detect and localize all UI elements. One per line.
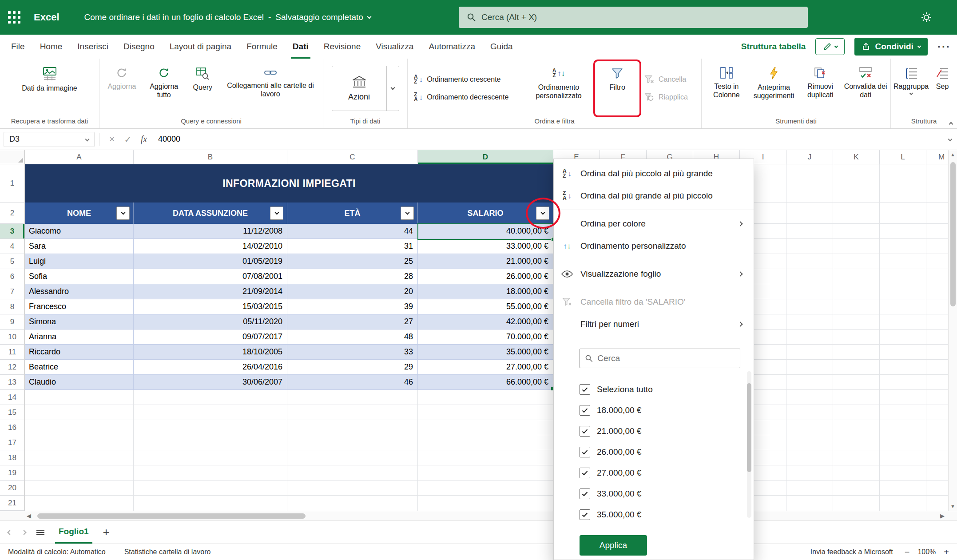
cell[interactable]: 39 [287, 299, 418, 314]
menu-item-clear-filter[interactable]: Cancella filtro da 'SALARIO' [554, 291, 754, 313]
filter-checkbox-item[interactable]: 18.000,00 € [580, 400, 754, 421]
row-header-10[interactable]: 10 [0, 330, 25, 345]
filter-checkbox-item[interactable]: Seleziona tutto [580, 379, 754, 400]
tab-home[interactable]: Home [32, 35, 70, 59]
row-header-8[interactable]: 8 [0, 299, 25, 314]
zoom-out-button[interactable]: − [905, 547, 910, 557]
gallery-chevron[interactable] [386, 66, 399, 111]
group-button[interactable]: Raggruppa [893, 62, 929, 115]
checkbox-icon[interactable] [580, 405, 590, 416]
calc-mode-status[interactable]: Modalità di calcolo: Automatico [8, 548, 106, 556]
menu-item-sort-largest-smallest[interactable]: ZA↓ Ordina dal più grande al più piccolo [554, 185, 754, 207]
cell[interactable]: Giacomo [25, 224, 134, 239]
sort-ascending-button[interactable]: AZ↓ Ordinamento crescente [410, 71, 521, 87]
app-launcher-icon[interactable] [8, 11, 20, 24]
cell[interactable]: 30/06/2007 [134, 375, 287, 390]
tab-revisione[interactable]: Revisione [316, 35, 368, 59]
text-to-columns-button[interactable]: Testo in Colonne [704, 62, 749, 115]
cell[interactable]: Francesco [25, 299, 134, 314]
row-header-1[interactable]: 1 [0, 164, 25, 203]
cell[interactable]: 55.000,00 € [418, 299, 553, 314]
cell[interactable]: 44 [287, 224, 418, 239]
tab-inserisci[interactable]: Inserisci [70, 35, 116, 59]
ribbon-more-button[interactable]: ··· [937, 40, 951, 53]
cell[interactable]: 25 [287, 254, 418, 269]
menu-item-sheet-view[interactable]: Visualizzazione foglio [554, 263, 754, 285]
column-header-l[interactable]: L [880, 150, 926, 164]
menu-item-sort-by-color[interactable]: Ordina per colore [554, 213, 754, 235]
cell[interactable]: 14/02/2010 [134, 239, 287, 254]
cell[interactable]: Beatrice [25, 360, 134, 375]
document-title[interactable]: Come ordinare i dati in un foglio di cal… [84, 12, 264, 22]
send-feedback-link[interactable]: Invia feedback a Microsoft [810, 548, 893, 556]
cell[interactable]: 27 [287, 314, 418, 330]
scroll-right-icon[interactable]: ▶ [940, 512, 945, 519]
checkbox-icon[interactable] [580, 489, 590, 499]
vertical-scroll-thumb[interactable] [950, 162, 956, 306]
checkbox-icon[interactable] [580, 509, 590, 520]
cell[interactable]: 31 [287, 239, 418, 254]
cell[interactable]: 09/07/2017 [134, 330, 287, 345]
tab-dati[interactable]: Dati [285, 35, 316, 59]
row-header-20[interactable]: 20 [0, 481, 25, 496]
checkbox-icon[interactable] [580, 447, 590, 457]
tab-guida[interactable]: Guida [483, 35, 520, 59]
menu-item-custom-sort[interactable]: ↑↓ Ordinamento personalizzato [554, 235, 754, 257]
cell[interactable]: 66.000,00 € [418, 375, 553, 390]
row-header-19[interactable]: 19 [0, 465, 25, 481]
cell[interactable]: 01/05/2019 [134, 254, 287, 269]
row-header-4[interactable]: 4 [0, 239, 25, 254]
menu-item-number-filters[interactable]: Filtri per numeri [554, 313, 754, 335]
row-header-3[interactable]: 3 [0, 224, 25, 239]
cell[interactable]: 07/08/2001 [134, 269, 287, 284]
row-header-14[interactable]: 14 [0, 390, 25, 405]
settings-button[interactable] [921, 12, 932, 25]
search-input[interactable] [481, 12, 800, 22]
cell[interactable]: Simona [25, 314, 134, 330]
cell[interactable]: Luigi [25, 254, 134, 269]
scroll-up-icon[interactable]: ▲ [949, 152, 957, 157]
save-status-chevron-icon[interactable] [367, 14, 371, 19]
editing-mode-button[interactable] [815, 38, 845, 55]
cell[interactable]: 18.000,00 € [418, 284, 553, 299]
filter-checkbox-item[interactable]: 27.000,00 € [580, 462, 754, 483]
filter-search-input[interactable] [597, 353, 735, 363]
filter-checkbox-item[interactable]: 33.000,00 € [580, 483, 754, 504]
tab-visualizza[interactable]: Visualizza [368, 35, 421, 59]
ungroup-button[interactable]: Sep [930, 62, 954, 115]
save-status[interactable]: Salvataggio completato [275, 12, 363, 22]
search-bar[interactable] [459, 7, 808, 28]
cell[interactable]: Sara [25, 239, 134, 254]
cell[interactable]: 33 [287, 345, 418, 360]
menu-item-sort-smallest-largest[interactable]: AZ↓ Ordina dal più piccolo al più grande [554, 163, 754, 185]
expand-formula-bar-icon[interactable] [948, 137, 953, 142]
data-validation-button[interactable]: Convalida dei dati [843, 62, 888, 115]
cell[interactable]: Arianna [25, 330, 134, 345]
chevron-down-icon[interactable] [85, 137, 90, 142]
cell[interactable]: 11/12/2008 [134, 224, 287, 239]
cell[interactable]: 05/11/2020 [134, 314, 287, 330]
cell[interactable]: 26.000,00 € [418, 269, 553, 284]
name-box[interactable]: D3 [4, 132, 95, 147]
tab-file[interactable]: File [4, 35, 32, 59]
filter-checkbox-item[interactable]: 35.000,00 € [580, 504, 754, 525]
cell[interactable]: 20 [287, 284, 418, 299]
filter-button-età[interactable] [401, 207, 414, 220]
query-button[interactable]: Query [187, 62, 219, 115]
filter-checkbox-item[interactable]: 21.000,00 € [580, 421, 754, 441]
row-header-18[interactable]: 18 [0, 450, 25, 465]
checkbox-icon[interactable] [580, 426, 590, 437]
cell[interactable]: Riccardo [25, 345, 134, 360]
row-header-6[interactable]: 6 [0, 269, 25, 284]
custom-sort-button[interactable]: AZ↑↓ Ordinamento personalizzato [523, 62, 594, 115]
cell[interactable]: 46 [287, 375, 418, 390]
row-header-7[interactable]: 7 [0, 284, 25, 299]
row-header-15[interactable]: 15 [0, 405, 25, 420]
workbook-links-button[interactable]: Collegamenti alle cartelle di lavoro [221, 62, 320, 115]
reapply-filter-button[interactable]: Riapplica [640, 89, 694, 105]
filter-button-salario[interactable] [536, 207, 549, 220]
column-header-j[interactable]: J [786, 150, 833, 164]
filter-list-scroll-thumb[interactable] [747, 383, 751, 472]
row-header-12[interactable]: 12 [0, 360, 25, 375]
cell[interactable]: 28 [287, 269, 418, 284]
